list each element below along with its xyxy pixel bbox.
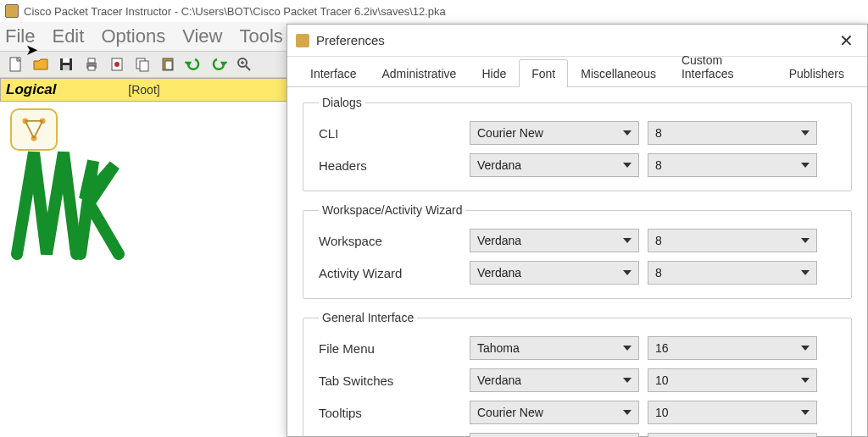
label-cli: CLI — [319, 126, 470, 141]
label-tab-switches: Tab Switches — [319, 373, 470, 388]
new-file-button[interactable] — [3, 53, 27, 75]
select-cli-font[interactable]: Courier New — [470, 121, 639, 145]
chevron-down-icon — [801, 346, 810, 351]
window-title: Cisco Packet Tracer Instructor - C:\User… — [24, 5, 446, 18]
group-dialogs: Dialogs CLI Courier New 8 Headers Verdan… — [303, 96, 852, 191]
group-workspace-wizard: Workspace/Activity Wizard Workspace Verd… — [303, 203, 852, 299]
label-workspace: Workspace — [319, 234, 470, 248]
main-titlebar: Cisco Packet Tracer Instructor - C:\User… — [0, 0, 868, 22]
legend-workspace-wizard: Workspace/Activity Wizard — [319, 203, 465, 217]
select-button-labels-size[interactable]: 8 — [648, 433, 817, 437]
select-workspace-font[interactable]: Verdana — [470, 229, 639, 252]
menu-file[interactable]: File — [5, 25, 35, 47]
select-tab-switches-size[interactable]: 10 — [648, 368, 817, 392]
select-activity-wizard-size[interactable]: 8 — [648, 261, 817, 285]
zoom-in-button[interactable] — [232, 53, 256, 75]
row-tooltips: Tooltips Courier New 10 — [319, 401, 836, 424]
app-icon — [5, 4, 19, 18]
tab-interface[interactable]: Interface — [298, 59, 369, 87]
svg-rect-5 — [88, 58, 95, 63]
row-workspace: Workspace Verdana 8 — [319, 229, 836, 252]
close-icon[interactable]: ✕ — [834, 29, 859, 53]
select-tooltips-size[interactable]: 10 — [648, 401, 817, 424]
chevron-down-icon — [801, 163, 810, 168]
select-workspace-size[interactable]: 8 — [648, 229, 817, 252]
svg-rect-3 — [63, 65, 70, 70]
redo-button[interactable] — [207, 53, 231, 75]
menu-view[interactable]: View — [182, 25, 222, 47]
open-file-button[interactable] — [29, 53, 53, 75]
chevron-down-icon — [623, 346, 632, 351]
chevron-down-icon — [801, 378, 810, 383]
chevron-down-icon — [623, 130, 632, 136]
svg-line-14 — [246, 66, 250, 70]
tab-logical[interactable]: Logical [Root] — [0, 78, 288, 102]
tab-logical-label: Logical — [1, 81, 57, 98]
breadcrumb-root[interactable]: [Root] — [128, 83, 159, 97]
dialog-titlebar[interactable]: Preferences ✕ — [287, 25, 867, 57]
tab-miscellaneous[interactable]: Miscellaneous — [568, 59, 669, 87]
chevron-down-icon — [801, 238, 810, 243]
chevron-down-icon — [623, 378, 632, 383]
legend-dialogs: Dialogs — [319, 96, 365, 109]
row-headers: Headers Verdana 8 — [319, 153, 836, 177]
chevron-down-icon — [623, 270, 632, 275]
chevron-down-icon — [623, 163, 632, 168]
paste-button[interactable] — [156, 53, 180, 75]
select-file-menu-font[interactable]: Tahoma — [470, 336, 639, 360]
chevron-down-icon — [801, 270, 810, 275]
label-tooltips: Tooltips — [319, 406, 470, 420]
dialog-tabs: Interface Administrative Hide Font Misce… — [287, 57, 867, 87]
select-headers-font[interactable]: Verdana — [470, 153, 639, 177]
row-tab-switches: Tab Switches Verdana 10 — [319, 368, 836, 392]
svg-rect-6 — [88, 66, 95, 70]
menu-options[interactable]: Options — [101, 25, 165, 47]
chevron-down-icon — [801, 130, 810, 136]
row-cli: CLI Courier New 8 — [319, 121, 836, 145]
workspace-canvas[interactable] — [0, 102, 288, 437]
chevron-down-icon — [801, 410, 810, 415]
svg-rect-12 — [165, 61, 172, 69]
select-tooltips-font[interactable]: Courier New — [470, 401, 639, 424]
label-file-menu: File Menu — [319, 341, 470, 356]
group-general-interface: General Interface File Menu Tahoma 16 Ta… — [303, 311, 852, 437]
svg-point-8 — [114, 62, 120, 67]
tab-custom-interfaces[interactable]: Custom Interfaces — [669, 46, 776, 87]
row-activity-wizard: Activity Wizard Verdana 8 — [319, 261, 836, 285]
svg-rect-10 — [140, 61, 148, 71]
preferences-dialog: Preferences ✕ Interface Administrative H… — [287, 24, 868, 437]
label-activity-wizard: Activity Wizard — [319, 266, 470, 280]
select-button-labels-font[interactable]: Verdana — [470, 433, 639, 437]
tab-administrative[interactable]: Administrative — [369, 59, 469, 87]
tab-publishers[interactable]: Publishers — [776, 59, 857, 87]
select-cli-size[interactable]: 8 — [648, 121, 817, 145]
select-file-menu-size[interactable]: 16 — [648, 336, 817, 360]
label-headers: Headers — [319, 158, 470, 173]
legend-general-interface: General Interface — [319, 311, 417, 324]
dialog-app-icon — [296, 34, 309, 47]
activity-wizard-button[interactable] — [105, 53, 129, 75]
chevron-down-icon — [623, 238, 632, 243]
save-button[interactable] — [54, 53, 78, 75]
select-tab-switches-font[interactable]: Verdana — [470, 368, 639, 392]
tab-hide[interactable]: Hide — [469, 59, 519, 87]
tab-font[interactable]: Font — [519, 59, 568, 87]
dialog-body: Dialogs CLI Courier New 8 Headers Verdan… — [287, 87, 867, 437]
annotation-scribble — [0, 119, 136, 288]
chevron-down-icon — [623, 410, 632, 415]
select-headers-size[interactable]: 8 — [648, 153, 817, 177]
undo-button[interactable] — [181, 53, 205, 75]
copy-button[interactable] — [131, 53, 154, 75]
row-file-menu: File Menu Tahoma 16 — [319, 336, 836, 360]
print-button[interactable] — [80, 53, 103, 75]
svg-rect-2 — [63, 58, 70, 63]
select-activity-wizard-font[interactable]: Verdana — [470, 261, 639, 285]
row-button-labels: Button/Labels Verdana 8 — [319, 433, 836, 437]
menu-tools[interactable]: Tools — [240, 25, 283, 47]
menu-edit[interactable]: Edit — [52, 25, 84, 47]
